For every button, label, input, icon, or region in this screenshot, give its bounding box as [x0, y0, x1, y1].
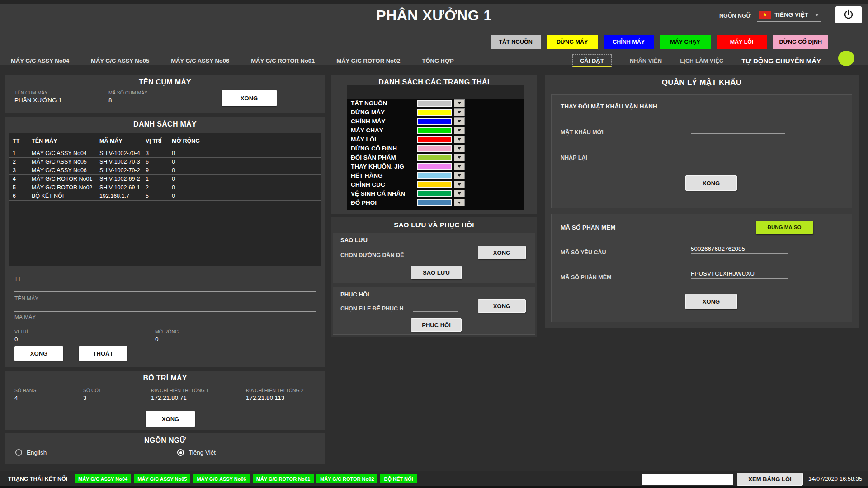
- status-label: TẮT NGUỒN: [351, 100, 417, 107]
- table-row[interactable]: 5MÁY G/C ROTOR No02SHIV-1002-69-120: [9, 183, 321, 192]
- form-extend-input[interactable]: [155, 334, 252, 344]
- color-select-tat-nguon[interactable]: [417, 100, 454, 107]
- color-select-doi-san-pham[interactable]: [417, 154, 454, 161]
- display-address1-input[interactable]: [151, 393, 237, 403]
- chevron-down-icon[interactable]: [454, 163, 465, 170]
- tab-cai-dat[interactable]: CÀI ĐẶT: [572, 54, 612, 67]
- chevron-down-icon[interactable]: [454, 117, 465, 125]
- state-button-dung-may[interactable]: DỪNG MÁY: [547, 35, 598, 49]
- chevron-down-icon[interactable]: [454, 181, 465, 188]
- cell-code: SHIV-1002-70-2: [99, 167, 146, 174]
- cols-input[interactable]: [83, 393, 142, 403]
- machine-form-exit-button[interactable]: THOÁT: [79, 346, 127, 361]
- chevron-down-icon[interactable]: [454, 145, 465, 152]
- status-color-table: TẮT NGUỒN DỪNG MÁY CHỈNH MÁY MÁY CHẠY MÁ…: [347, 85, 524, 210]
- color-select-dung-co-dinh[interactable]: [417, 145, 454, 152]
- chevron-down-icon[interactable]: [454, 172, 465, 179]
- tab-nhan-vien[interactable]: NHÂN VIÊN: [630, 57, 662, 64]
- backup-action-button[interactable]: SAO LƯU: [411, 266, 462, 279]
- change-password-section-label: THAY ĐỔI MẬT KHẨU VẬN HÀNH: [561, 103, 657, 110]
- form-name-input[interactable]: [14, 302, 316, 312]
- state-button-dung-co-dinh[interactable]: DỪNG CỐ ĐỊNH: [773, 35, 828, 49]
- rows-input[interactable]: [14, 393, 73, 403]
- color-select-dung-may[interactable]: [417, 109, 454, 116]
- software-code-input[interactable]: [691, 269, 788, 279]
- state-button-chinh-may[interactable]: CHỈNH MÁY: [604, 35, 654, 49]
- tab-tong-hop[interactable]: TỔNG HỢP: [422, 57, 453, 64]
- form-position-input[interactable]: [14, 334, 139, 344]
- software-code-label: MÃ SỐ PHẦN MỀM: [561, 274, 612, 281]
- restore-action-button[interactable]: PHỤC HỒI: [411, 318, 462, 332]
- tab-may-gc-assy-no05[interactable]: MÁY G/C ASSY No05: [91, 57, 149, 64]
- col-vi-tri: VỊ TRÍ: [146, 138, 172, 144]
- color-select-ve-sinh-ca-nhan[interactable]: [417, 190, 454, 197]
- status-label: MÁY CHẠY: [351, 127, 417, 134]
- form-tt-input[interactable]: [14, 282, 316, 292]
- status-label: THAY KHUÔN, JIG: [351, 163, 417, 170]
- chevron-down-icon[interactable]: [454, 136, 465, 143]
- code-valid-badge-button[interactable]: ĐÚNG MÃ SỐ: [756, 221, 813, 234]
- color-swatch: [417, 163, 452, 170]
- chevron-down-icon[interactable]: [454, 199, 465, 206]
- power-button[interactable]: [835, 6, 862, 23]
- cluster-code-input[interactable]: [108, 95, 190, 105]
- status-row: THAY KHUÔN, JIG: [347, 162, 524, 171]
- cell-extend: 0: [172, 150, 212, 156]
- footer-input[interactable]: [642, 474, 733, 485]
- language-select[interactable]: ★ TIẾNG VIỆT: [757, 10, 821, 22]
- layout-done-button[interactable]: XONG: [146, 411, 195, 427]
- radio-english[interactable]: English: [15, 449, 47, 456]
- tab-may-gc-assy-no06[interactable]: MÁY G/C ASSY No06: [171, 57, 229, 64]
- cluster-done-button[interactable]: XONG: [222, 90, 277, 106]
- chevron-down-icon[interactable]: [454, 127, 465, 134]
- tab-may-gc-rotor-no02[interactable]: MÁY G/C ROTOR No02: [336, 57, 400, 64]
- restore-file-input[interactable]: [413, 302, 458, 312]
- chevron-down-icon[interactable]: [454, 190, 465, 197]
- color-select-may-loi[interactable]: [417, 136, 454, 143]
- color-select-chinh-may[interactable]: [417, 118, 454, 125]
- table-row[interactable]: 6BỘ KẾT NỐI192.168.1.750: [9, 192, 321, 201]
- color-select-thay-khuon-jig[interactable]: [417, 163, 454, 170]
- tab-tu-dong-chuyen-may[interactable]: TỰ ĐỘNG CHUYỂN MÁY: [741, 57, 821, 65]
- backup-path-input[interactable]: [413, 249, 458, 258]
- software-code-done-button[interactable]: XONG: [685, 294, 737, 309]
- state-button-may-loi[interactable]: MÁY LỖI: [717, 35, 767, 49]
- table-row[interactable]: 2MÁY G/C ASSY No05SHIV-1002-70-360: [9, 158, 321, 166]
- request-code-input[interactable]: [691, 244, 788, 254]
- cluster-name-input[interactable]: [14, 95, 96, 105]
- status-row: MÁY LỖI: [347, 135, 524, 144]
- cluster-name-label: TÊN CỤM MÁY: [14, 90, 96, 95]
- radio-tieng-viet[interactable]: Tiếng Việt: [177, 449, 216, 456]
- restore-done-button[interactable]: XONG: [478, 299, 526, 313]
- new-password-input[interactable]: [691, 124, 785, 134]
- state-button-tat-nguon[interactable]: TẮT NGUỒN: [491, 35, 541, 49]
- chevron-down-icon[interactable]: [454, 99, 465, 107]
- change-password-done-button[interactable]: XONG: [685, 175, 737, 191]
- language-panel-title: NGÔN NGỮ: [5, 433, 325, 445]
- request-code-label: MÃ SỐ YÊU CẦU: [561, 249, 606, 256]
- table-row[interactable]: 1MÁY G/C ASSY No04SHIV-1002-70-430: [9, 149, 321, 158]
- machine-form-done-button[interactable]: XONG: [14, 346, 63, 361]
- color-select-do-phoi[interactable]: [417, 199, 454, 206]
- chevron-down-icon[interactable]: [454, 154, 465, 161]
- connection-badges: MÁY G/C ASSY No04 MÁY G/C ASSY No05 MÁY …: [75, 474, 417, 483]
- cell-extend: 0: [172, 159, 212, 165]
- chevron-down-icon[interactable]: [454, 108, 465, 116]
- tab-may-gc-rotor-no01[interactable]: MÁY G/C ROTOR No01: [251, 57, 315, 64]
- view-error-table-button[interactable]: XEM BẢNG LỖI: [737, 473, 803, 486]
- table-row[interactable]: 3MÁY G/C ASSY No06SHIV-1002-70-290: [9, 166, 321, 175]
- color-select-het-hang[interactable]: [417, 172, 454, 179]
- color-select-may-chay[interactable]: [417, 127, 454, 134]
- table-row[interactable]: 4MÁY G/C ROTOR No01SHIV-1002-69-210: [9, 175, 321, 183]
- display-address2-label: ĐỊA CHỈ HIỂN THỊ TỔNG 2: [246, 388, 318, 393]
- backup-done-button[interactable]: XONG: [478, 246, 526, 259]
- state-button-may-chay[interactable]: MÁY CHẠY: [660, 35, 711, 49]
- tab-lich-lam-viec[interactable]: LỊCH LÀM VIỆC: [680, 57, 723, 64]
- color-select-chinh-cdc[interactable]: [417, 181, 454, 188]
- form-position-label: VỊ TRÍ: [14, 329, 139, 334]
- display-address2-input[interactable]: [246, 393, 318, 403]
- tab-may-gc-assy-no04[interactable]: MÁY G/C ASSY No04: [11, 57, 69, 64]
- restore-file-label: CHỌN FILE ĐỂ PHỤC H: [340, 305, 404, 312]
- retype-password-input[interactable]: [691, 149, 785, 159]
- password-panel-title: QUẢN LÝ MẬT KHẨU: [545, 75, 859, 87]
